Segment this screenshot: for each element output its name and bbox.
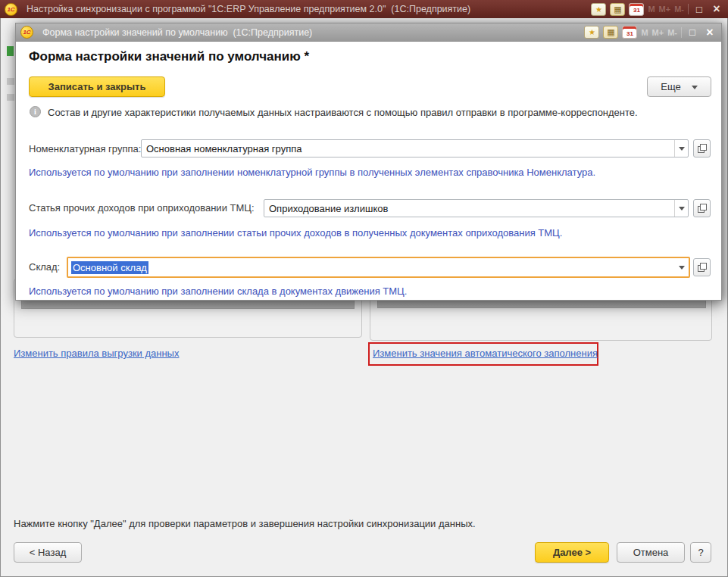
- info-text: Состав и другие характеристики получаемы…: [48, 107, 638, 118]
- background-text-fragment: [7, 94, 14, 101]
- maximize-button[interactable]: □: [686, 27, 699, 38]
- income-item-input[interactable]: [264, 199, 689, 217]
- open-form-icon: [698, 204, 707, 213]
- field-label-nomenclature-group: Номенклатурная группа:: [29, 143, 141, 154]
- defaults-dialog: 1С Форма настройки значений по умолчанию…: [15, 23, 722, 301]
- dropdown-arrow-icon[interactable]: [675, 258, 689, 276]
- field-hint: Используется по умолчанию при заполнении…: [29, 167, 595, 178]
- open-value-button[interactable]: [693, 258, 711, 276]
- dialog-title: Форма настройки значений по умолчанию (1…: [42, 27, 312, 38]
- calculator-icon[interactable]: ▦: [603, 26, 618, 39]
- warehouse-input[interactable]: Основной склад: [67, 257, 690, 278]
- close-button[interactable]: ×: [703, 27, 717, 39]
- open-value-button[interactable]: [693, 139, 711, 158]
- memory-m-plus-button: M+: [652, 28, 664, 37]
- 1c-logo-icon: 1С: [20, 26, 33, 39]
- cancel-button[interactable]: Отмена: [617, 542, 685, 563]
- titlebar-separator: [681, 27, 682, 38]
- field-hint: Используется по умолчанию при заполнении…: [29, 285, 407, 297]
- dropdown-arrow-icon[interactable]: [674, 200, 688, 217]
- maximize-button[interactable]: □: [692, 4, 706, 15]
- save-and-close-button[interactable]: Записать и закрыть: [29, 76, 165, 97]
- 1c-logo-icon: 1С: [5, 3, 17, 16]
- memory-m-minus-button: M-: [674, 5, 684, 14]
- memory-m-button: M: [648, 5, 655, 14]
- field-label-income-item: Статья прочих доходов при оприходовании …: [29, 202, 255, 214]
- main-window-title: Настройка синхронизации с программой "1C…: [27, 4, 470, 14]
- main-titlebar-buttons: ★ ▦ 31 M M+ M- □ ×: [591, 3, 723, 16]
- selected-text: Основной склад: [71, 261, 148, 274]
- more-button[interactable]: Еще: [647, 76, 711, 97]
- favorites-icon[interactable]: ★: [584, 26, 599, 39]
- calendar-icon[interactable]: 31: [629, 3, 644, 16]
- nomenclature-group-input[interactable]: [141, 139, 689, 158]
- next-button[interactable]: Далее >: [535, 542, 609, 563]
- main-window-titlebar: 1С Настройка синхронизации с программой …: [0, 0, 728, 18]
- field-hint: Используется по умолчанию при заполнении…: [29, 227, 562, 239]
- main-window: 1С Настройка синхронизации с программой …: [0, 0, 728, 577]
- more-button-label: Еще: [661, 81, 680, 92]
- open-form-icon: [698, 263, 707, 272]
- help-button[interactable]: ?: [690, 542, 711, 563]
- memory-m-button: M: [641, 28, 648, 37]
- dialog-titlebar: 1С Форма настройки значений по умолчанию…: [16, 23, 721, 42]
- field-label-warehouse: Склад:: [29, 261, 60, 273]
- background-text-fragment: [7, 46, 14, 56]
- close-button[interactable]: ×: [710, 3, 723, 15]
- calendar-icon[interactable]: 31: [622, 26, 637, 39]
- chevron-down-icon: [692, 86, 698, 92]
- info-icon: i: [30, 106, 41, 117]
- memory-m-plus-button: M+: [659, 5, 671, 14]
- change-autofill-values-link[interactable]: Изменить значения автоматического заполн…: [373, 348, 598, 359]
- memory-m-minus-button: M-: [667, 28, 677, 37]
- next-step-hint: Нажмите кнопку "Далее" для проверки пара…: [14, 518, 476, 529]
- dialog-heading: Форма настройки значений по умолчанию *: [29, 49, 309, 64]
- change-upload-rules-link[interactable]: Изменить правила выгрузки данных: [14, 348, 179, 359]
- open-value-button[interactable]: [693, 199, 711, 217]
- favorites-icon[interactable]: ★: [591, 3, 606, 16]
- back-button[interactable]: < Назад: [14, 542, 82, 563]
- background-text-fragment: [7, 78, 14, 85]
- dialog-titlebar-buttons: ★ ▦ 31 M M+ M- □ ×: [584, 26, 717, 39]
- calculator-icon[interactable]: ▦: [610, 3, 625, 16]
- titlebar-separator: [688, 4, 689, 14]
- dropdown-arrow-icon[interactable]: [674, 140, 688, 157]
- open-form-icon: [698, 144, 707, 153]
